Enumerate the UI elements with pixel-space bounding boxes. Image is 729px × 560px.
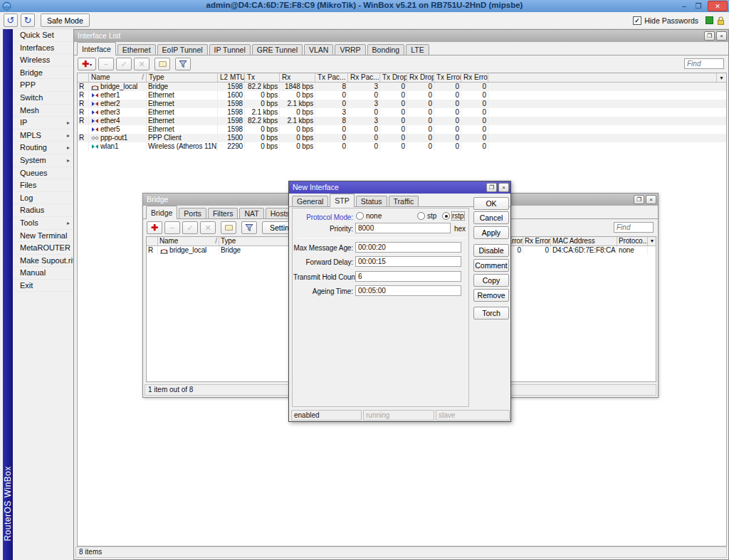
interface-list-titlebar[interactable]: Interface List ❐ ×	[74, 30, 728, 42]
priority-input[interactable]	[355, 223, 451, 233]
interface-list-tab-bonding[interactable]: Bonding	[367, 44, 405, 56]
forward-delay-input[interactable]	[355, 256, 461, 267]
column-header-rx-errors[interactable]: Rx Errors	[523, 237, 551, 245]
restore-window-icon[interactable]: ❐	[486, 183, 497, 192]
interface-row-ether2[interactable]: Rether2Ethernet15980 bps2.1 kbps030000	[78, 100, 726, 108]
column-header-tx-errors[interactable]: Tx Errors	[434, 73, 461, 82]
sidebar-item-wireless[interactable]: Wireless	[13, 54, 73, 67]
restore-window-icon[interactable]: ❐	[704, 31, 715, 41]
comment-button[interactable]	[221, 221, 236, 234]
remove-button[interactable]: −	[164, 221, 180, 234]
column-header-tx-drops[interactable]: Tx Drops	[380, 73, 407, 82]
sidebar-item-queues[interactable]: Queues	[13, 167, 73, 180]
disable-button[interactable]: Disable	[473, 244, 509, 257]
sidebar-item-quick-set[interactable]: Quick Set	[13, 29, 73, 42]
ok-button[interactable]: OK	[473, 197, 509, 210]
close-window-icon[interactable]: ×	[716, 31, 727, 41]
add-button[interactable]: ✚▾	[78, 58, 96, 70]
remove-button[interactable]: Remove	[473, 289, 509, 302]
column-header-protoco[interactable]: Protoco...	[617, 237, 648, 245]
close-button[interactable]: ✕	[708, 1, 728, 11]
sidebar-item-files[interactable]: Files	[13, 179, 73, 192]
disable-button[interactable]: ✕	[200, 221, 216, 234]
column-header-type[interactable]: Type	[147, 73, 218, 82]
interface-list-tab-vlan[interactable]: VLAN	[304, 44, 333, 56]
sidebar-item-exit[interactable]: Exit	[13, 280, 73, 292]
sidebar-item-switch[interactable]: Switch	[13, 92, 73, 105]
filter-button[interactable]	[175, 58, 191, 70]
enable-button[interactable]: ✓	[116, 58, 132, 70]
close-window-icon[interactable]: ×	[646, 195, 656, 204]
bridge-tab-ports[interactable]: Ports	[179, 208, 206, 219]
sidebar-item-mesh[interactable]: Mesh	[13, 105, 73, 117]
dialog-titlebar[interactable]: New Interface ❐ ×	[289, 181, 510, 194]
sidebar-item-mpls[interactable]: MPLS▸	[13, 130, 73, 142]
find-input[interactable]	[684, 58, 724, 69]
maximize-button[interactable]: ❐	[693, 1, 703, 11]
column-header-name[interactable]: Name/	[89, 73, 147, 82]
sidebar-item-routing[interactable]: Routing▸	[13, 142, 73, 154]
comment-button[interactable]: Comment	[473, 259, 509, 272]
interface-list-tab-gre-tunnel[interactable]: GRE Tunnel	[252, 44, 303, 56]
ageing-time-input[interactable]	[355, 285, 461, 296]
dialog-tab-traffic[interactable]: Traffic	[389, 196, 419, 207]
safe-mode-button[interactable]: Safe Mode	[41, 14, 90, 27]
interface-row-ether3[interactable]: Rether3Ethernet15982.1 kbps0 bps300000	[78, 108, 726, 117]
sidebar-item-radius[interactable]: Radius	[13, 204, 73, 217]
interface-row-ppp-out1[interactable]: Rppp-out1PPP Client15000 bps0 bps000000	[78, 134, 726, 142]
sidebar-item-log[interactable]: Log	[13, 192, 73, 205]
transmit-hold-count-input[interactable]	[355, 271, 461, 282]
interface-row-ether4[interactable]: Rether4Ethernet159882.2 kbps2.1 kbps8300…	[78, 117, 726, 125]
enable-button[interactable]: ✓	[182, 221, 198, 234]
sidebar-item-manual[interactable]: Manual	[13, 267, 73, 280]
sidebar-item-ip[interactable]: IP▸	[13, 117, 73, 130]
dialog-tab-stp[interactable]: STP	[330, 194, 354, 207]
copy-button[interactable]: Copy	[473, 274, 509, 287]
cancel-button[interactable]: Cancel	[473, 211, 509, 224]
sidebar-item-make-supout-rif[interactable]: Make Supout.rif	[13, 255, 73, 268]
dialog-tab-status[interactable]: Status	[356, 196, 387, 207]
column-header-rx-pac[interactable]: Rx Pac...	[348, 73, 380, 82]
interface-list-tab-lte[interactable]: LTE	[406, 44, 429, 56]
column-header-rx-drops[interactable]: Rx Drops	[407, 73, 434, 82]
column-header-tx[interactable]: Tx	[245, 73, 280, 82]
interface-list-tab-ip-tunnel[interactable]: IP Tunnel	[209, 44, 251, 56]
torch-button[interactable]: Torch	[473, 307, 509, 319]
add-button[interactable]: ✚	[147, 221, 162, 234]
bridge-tab-filters[interactable]: Filters	[208, 208, 238, 219]
interface-row-ether5[interactable]: ether5Ethernet15980 bps0 bps000000	[78, 125, 726, 134]
column-header-type[interactable]: Type	[219, 237, 290, 245]
protocol-mode-radio-none[interactable]: none	[356, 212, 382, 220]
sidebar-item-ppp[interactable]: PPP	[13, 79, 73, 92]
interface-row-wlan1[interactable]: wlan1Wireless (Atheros 11N)22900 bps0 bp…	[78, 142, 726, 151]
column-header-l2-mtu[interactable]: L2 MTU	[218, 73, 245, 82]
interface-list-tab-ethernet[interactable]: Ethernet	[117, 44, 156, 56]
interface-list-tab-vrrp[interactable]: VRRP	[335, 44, 365, 56]
column-header-tx-pac[interactable]: Tx Pac...	[315, 73, 348, 82]
restore-window-icon[interactable]: ❐	[634, 195, 644, 204]
column-header-name[interactable]: Name/	[158, 237, 219, 245]
sidebar-item-new-terminal[interactable]: New Terminal	[13, 230, 73, 243]
sidebar-item-tools[interactable]: Tools▸	[13, 217, 73, 230]
bridge-tab-nat[interactable]: NAT	[239, 208, 263, 219]
column-selector-icon[interactable]: ▼	[648, 237, 656, 245]
sidebar-item-bridge[interactable]: Bridge	[13, 67, 73, 80]
sidebar-item-system[interactable]: System▸	[13, 154, 73, 167]
bridge-tab-bridge[interactable]: Bridge	[146, 206, 177, 219]
dialog-tab-general[interactable]: General	[292, 196, 328, 207]
interface-row-ether1[interactable]: Rether1Ethernet16000 bps0 bps000000	[78, 91, 726, 100]
redo-button[interactable]: ↻	[21, 14, 35, 27]
undo-button[interactable]: ↺	[4, 14, 18, 27]
hide-passwords-checkbox[interactable]: ✓	[633, 16, 641, 25]
max-message-age-input[interactable]	[355, 242, 461, 253]
close-window-icon[interactable]: ×	[498, 183, 509, 192]
column-selector-icon[interactable]: ▼	[716, 73, 726, 82]
column-header-rx-errors[interactable]: Rx Errors	[461, 73, 488, 82]
column-header-mac-address[interactable]: MAC Address	[551, 237, 617, 245]
protocol-mode-radio-stp[interactable]: stp	[417, 212, 436, 220]
app-titlebar[interactable]: admin@D4:CA:6D:7E:F8:C9 (MikroTik) - Win…	[0, 0, 729, 12]
remove-button[interactable]: −	[98, 58, 114, 70]
interface-list-tab-eoip-tunnel[interactable]: EoIP Tunnel	[157, 44, 208, 56]
sidebar-item-interfaces[interactable]: Interfaces	[13, 42, 73, 55]
column-header-rx[interactable]: Rx	[280, 73, 315, 82]
